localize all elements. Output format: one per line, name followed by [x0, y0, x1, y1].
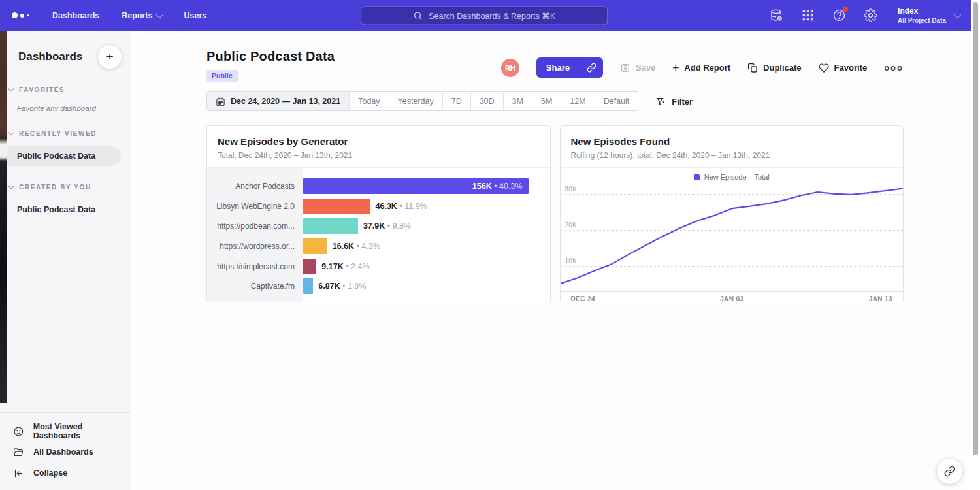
heart-icon	[819, 63, 829, 73]
notification-badge	[843, 7, 848, 12]
bar-value: 6.87K • 1.8%	[318, 282, 366, 291]
add-report-button[interactable]: + Add Report	[672, 61, 730, 74]
line-chart[interactable]: 10K 20K 30K	[561, 184, 904, 291]
scrollbar-thumb[interactable]	[973, 2, 978, 455]
sidebar-item-public-podcast-data[interactable]: Public Podcast Data	[0, 200, 131, 220]
more-options-button[interactable]: ooo	[884, 63, 904, 73]
preset-default[interactable]: Default	[595, 92, 638, 110]
search-input[interactable]: Search Dashboards & Reports ⌘K	[361, 6, 608, 25]
bar-row[interactable]: Anchor Podcasts 156K • 40.3%	[207, 176, 550, 197]
legend-label: New Episode – Total	[704, 173, 770, 181]
collapse-sidebar-button[interactable]: Collapse	[0, 463, 131, 483]
chart-legend[interactable]: New Episode – Total	[561, 168, 904, 184]
bar-chart: Anchor Podcasts 156K • 40.3% Libsyn WebE…	[207, 168, 550, 302]
section-favorites-header[interactable]: FAVORITES	[0, 86, 131, 93]
nav-dashboards[interactable]: Dashboards	[52, 11, 99, 20]
preset-3m[interactable]: 3M	[504, 92, 532, 110]
help-icon[interactable]	[832, 8, 846, 22]
sidebar-footer: Most Viewed Dashboards All Dashboards Co…	[0, 412, 131, 490]
preset-today[interactable]: Today	[350, 92, 389, 110]
search-placeholder: Search Dashboards & Reports ⌘K	[429, 10, 555, 20]
filter-button[interactable]: Filter	[656, 97, 693, 106]
save-icon	[620, 63, 630, 73]
copy-link-button[interactable]	[580, 57, 603, 78]
legend-swatch	[694, 174, 700, 180]
section-recently-viewed: RECENTLY VIEWED Public Podcast Data	[0, 130, 131, 166]
section-created-by-you: CREATED BY YOU Public Podcast Data	[0, 184, 131, 220]
filter-icon	[656, 97, 666, 106]
chevron-down-icon	[954, 10, 961, 18]
collapse-icon	[13, 468, 24, 479]
action-bar: RH Share Save + Add Report	[501, 57, 904, 78]
chart-subtitle: Total, Dec 24th, 2020 – Jan 13th, 2021	[218, 151, 540, 160]
section-created-by-you-header[interactable]: CREATED BY YOU	[0, 184, 131, 191]
bar-value: 46.3K • 11.9%	[376, 202, 427, 211]
bar[interactable]	[303, 259, 316, 274]
line-series	[561, 184, 904, 291]
chevron-down-icon	[156, 10, 163, 18]
search-icon	[413, 10, 423, 20]
save-button[interactable]: Save	[620, 63, 655, 73]
top-nav: Dashboards Reports Users Search Dashboar…	[0, 0, 971, 31]
bar-row[interactable]: https://podbean.com... 37.9K • 9.8%	[207, 216, 550, 237]
nav-users[interactable]: Users	[184, 11, 206, 20]
page-title: Public Podcast Data	[206, 49, 335, 64]
bar-value: 16.6K • 4.3%	[333, 242, 380, 251]
link-icon	[587, 63, 596, 73]
smiley-icon	[13, 426, 24, 437]
copy-icon	[747, 63, 758, 73]
bar[interactable]	[303, 218, 358, 234]
bar-row[interactable]: Libsyn WebEngine 2.0 46.3K • 11.9%	[207, 197, 550, 217]
chart-subtitle: Rolling (12 hours), total, Dec 24th, 202…	[571, 151, 893, 160]
copy-page-link-button[interactable]	[937, 459, 962, 484]
preset-30d[interactable]: 30D	[471, 92, 504, 110]
all-dashboards-button[interactable]: All Dashboards	[0, 442, 131, 463]
new-dashboard-button[interactable]: +	[98, 45, 122, 69]
section-favorites: FAVORITES Favorite any dashboard	[0, 86, 131, 112]
amplitude-logo[interactable]	[12, 12, 29, 18]
sidebar-title: Dashboards	[18, 50, 82, 63]
project-switcher[interactable]: Index All Project Data	[898, 7, 959, 24]
avatar[interactable]: RH	[501, 59, 519, 77]
chevron-down-icon	[8, 86, 14, 91]
card-new-episodes-found[interactable]: New Episodes Found Rolling (12 hours), t…	[560, 125, 904, 302]
scrollbar-track[interactable]	[971, 0, 980, 490]
bar-row[interactable]: https://wordpress.or... 16.6K • 4.3%	[207, 237, 550, 257]
main-content: Public Podcast Data Public RH Share	[131, 31, 971, 490]
duplicate-button[interactable]: Duplicate	[747, 63, 802, 73]
sidebar-item-public-podcast-data[interactable]: Public Podcast Data	[0, 146, 121, 166]
favorite-button[interactable]: Favorite	[819, 63, 868, 73]
date-range-value: Dec 24, 2020 — Jan 13, 2021	[231, 97, 340, 106]
bar-value: 9.17K • 2.4%	[321, 262, 369, 271]
most-viewed-dashboards-button[interactable]: Most Viewed Dashboards	[0, 421, 131, 442]
public-badge: Public	[206, 70, 238, 82]
bar[interactable]	[303, 238, 327, 254]
link-icon	[944, 466, 955, 477]
preset-6m[interactable]: 6M	[532, 92, 561, 110]
date-range-picker[interactable]: Dec 24, 2020 — Jan 13, 2021	[207, 92, 350, 110]
project-subtitle: All Project Data	[898, 17, 946, 24]
preset-12m[interactable]: 12M	[561, 92, 595, 110]
plus-icon: +	[672, 61, 679, 74]
preset-7d[interactable]: 7D	[443, 92, 471, 110]
share-button[interactable]: Share	[536, 57, 580, 78]
chevron-down-icon	[8, 130, 14, 135]
favorites-empty-text: Favorite any dashboard	[0, 105, 131, 112]
bar-row[interactable]: Captivate.fm 6.87K • 1.8%	[207, 276, 550, 297]
chevron-down-icon	[8, 184, 14, 189]
nav-reports[interactable]: Reports	[122, 11, 161, 20]
card-new-episodes-by-generator[interactable]: New Episodes by Generator Total, Dec 24t…	[206, 125, 551, 302]
bar[interactable]: 156K • 40.3%	[303, 178, 529, 194]
chart-title: New Episodes Found	[571, 136, 893, 147]
chart-title: New Episodes by Generator	[218, 136, 540, 147]
apps-grid-icon[interactable]	[801, 8, 815, 22]
data-sources-icon[interactable]	[770, 8, 783, 22]
bar[interactable]	[303, 199, 370, 214]
section-recently-viewed-header[interactable]: RECENTLY VIEWED	[0, 130, 131, 137]
bar-row[interactable]: https://simplecast.com 9.17K • 2.4%	[207, 256, 550, 276]
background-window-edge	[0, 31, 7, 403]
bar[interactable]	[303, 278, 313, 294]
preset-yesterday[interactable]: Yesterday	[389, 92, 443, 110]
folder-icon	[13, 447, 24, 458]
settings-icon[interactable]	[864, 8, 877, 22]
